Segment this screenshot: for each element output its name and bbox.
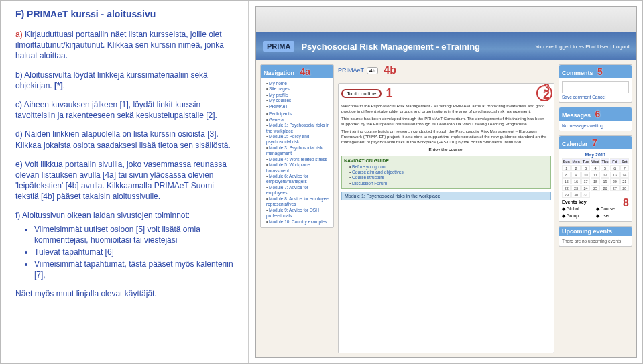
nav-list[interactable]: My home Site pages My profile My courses… [264, 81, 331, 109]
screenshot-column: PRIMA Psychosocial Risk Management - eTr… [249, 1, 642, 363]
navigation-head: Navigation 4a [261, 65, 333, 78]
event-key: Course [596, 206, 629, 212]
nav-item[interactable]: My courses [266, 98, 331, 103]
comments-panel: Comments 5 Save comment Cancel [559, 64, 632, 103]
event-key: Group [562, 213, 595, 219]
module1-row[interactable]: Module 1: Psychosocial risks in the work… [341, 192, 551, 200]
page-title: F) PRIMAeT kurssi - aloitussivu [15, 9, 239, 19]
nav-item[interactable]: My profile [266, 93, 331, 98]
course-body: Navigation 4a My home Site pages My prof… [256, 60, 636, 357]
navigation-panel: Navigation 4a My home Site pages My prof… [260, 64, 334, 228]
right-sidebar: Comments 5 Save comment Cancel Messages … [559, 64, 632, 353]
module-list[interactable]: Participants General Module 1: Psychosoc… [264, 111, 331, 225]
annotation-5: 5 [597, 66, 603, 77]
welcome-text-1: Welcome to the Psychosocial Risk Managem… [341, 103, 551, 114]
module-item[interactable]: Participants [266, 111, 331, 117]
module-item[interactable]: General [266, 117, 331, 123]
module-item[interactable]: Module 4: Work-related stress [266, 157, 331, 162]
events-key-head: Events key [562, 200, 629, 204]
annotation-4b-inline: 4b [384, 64, 396, 76]
module-item[interactable]: Module 6: Advice for employers/managers [266, 174, 331, 185]
paragraph-d: d) Näiden linkkien alapuolella on lista … [15, 129, 239, 150]
para-b-ref: [*] [54, 81, 63, 90]
guide-item[interactable]: Course aim and objectives [349, 170, 548, 175]
module-item[interactable]: Module 3: Psychosocial risk management [266, 145, 331, 157]
course-screenshot: PRIMA Psychosocial Risk Management - eTr… [255, 6, 637, 358]
guide-item[interactable]: Course structure [349, 175, 548, 180]
messages-head: Messages 6 [559, 107, 632, 121]
nav-item[interactable]: PRIMAeT [266, 104, 331, 109]
bullet-1: Viimeisimmät uutiset osioon [5] voit lis… [34, 224, 239, 245]
topic-panel: Topic outline 1 Welcome to the Psychosoc… [338, 83, 554, 353]
breadcrumb[interactable]: PRIMAeT [338, 67, 364, 74]
messages-panel: Messages 6 No messages waiting [559, 107, 632, 131]
guide-list[interactable]: Before you go on Course aim and objectiv… [344, 164, 548, 187]
bullet-2: Tulevat tapahtumat [6] [34, 247, 239, 257]
module-item[interactable]: Module 7: Advice for employees [266, 185, 331, 196]
topic-outline-tag: Topic outline [341, 89, 382, 98]
guide-item[interactable]: Discussion Forum [349, 181, 548, 186]
left-sidebar: Navigation 4a My home Site pages My prof… [260, 64, 334, 353]
closing-line: Näet myös muut linjalla olevat käyttäjät… [15, 289, 239, 298]
enjoy-text: Enjoy the course! [341, 147, 551, 152]
event-key: User [596, 213, 629, 219]
calendar-grid[interactable]: SunMonTueWedThuFriSat1234567891011121314… [562, 158, 629, 198]
upcoming-text: There are no upcoming events [562, 239, 629, 243]
annotation-6: 6 [595, 109, 601, 119]
para-a-lead: a) [15, 29, 23, 39]
annotation-7: 7 [592, 137, 597, 148]
nav-item[interactable]: Site pages [266, 86, 331, 92]
welcome-text-3: The training course builds on research c… [341, 129, 551, 145]
navigation-guide-box: NAVIGATION GUIDE Before you go on Course… [341, 156, 551, 190]
banner-title: Psychosocial Risk Management - eTraining [301, 42, 480, 52]
login-status[interactable]: You are logged in as Pilot User | Logout [535, 44, 630, 50]
calendar-month: May 2011 [562, 152, 629, 157]
events-key: Global Course Group User [562, 206, 629, 219]
upcoming-panel: Upcoming events There are no upcoming ev… [559, 226, 632, 247]
module-item[interactable]: Module 5: Workplace harassment [266, 162, 331, 174]
comment-input[interactable] [562, 81, 629, 93]
paragraph-a: a) Kirjauduttuasi portaaliin näet listan… [15, 29, 239, 62]
welcome-text-2: This course has been developed through t… [341, 116, 551, 127]
bullet-3: Viimeisimmät tapahtumat, tästä pääset my… [34, 259, 239, 280]
paragraph-e: e) Voit liikkua portaalin sivuilla, joko… [15, 159, 239, 202]
module-item[interactable]: Module 8: Advice for employee representa… [266, 196, 331, 208]
module-item[interactable]: Module 10: Country examples [266, 219, 331, 225]
site-banner: PRIMA Psychosocial Risk Management - eTr… [256, 32, 636, 60]
calendar-head: Calendar 7 [559, 136, 632, 149]
upcoming-head: Upcoming events [559, 227, 632, 236]
module-item[interactable]: Module 2: Policy and psychosocial risk [266, 134, 331, 145]
para-b-text: b) Aloitussivulta löydät linkkejä kurssi… [15, 70, 208, 90]
breadcrumb-row: PRIMAeT 4b 4b [338, 64, 554, 76]
guide-title: NAVIGATION GUIDE [344, 158, 389, 163]
browser-chrome [256, 7, 636, 32]
paragraph-c: c) Aiheen kuvauksen jälkeen [1], löydät … [15, 99, 239, 121]
annotation-4a-inline: 4a [300, 66, 311, 77]
breadcrumb-badge-4b: 4b [367, 67, 378, 74]
annotation-1: 1 [386, 86, 392, 101]
main-content: PRIMAeT 4b 4b Topic outline 1 Welcome to… [338, 64, 554, 353]
guide-item[interactable]: Before you go on [349, 164, 548, 170]
module-item[interactable]: Module 9: Advice for OSH professionals [266, 208, 331, 219]
paragraph-b: b) Aloitussivulta löydät linkkejä kurssi… [15, 70, 239, 91]
messages-empty: No messages waiting [562, 123, 629, 128]
module-item[interactable]: Module 1: Psychosocial risks in the work… [266, 123, 331, 134]
calendar-panel: Calendar 7 May 2011 SunMonTueWedThuFriSa… [559, 135, 632, 222]
save-comment-link[interactable]: Save comment Cancel [562, 95, 629, 99]
nav-item[interactable]: My home [266, 81, 331, 86]
instructions-column: F) PRIMAeT kurssi - aloitussivu a) Kirja… [1, 1, 249, 363]
comments-head: Comments 5 [559, 65, 632, 78]
brand-logo: PRIMA [263, 41, 294, 52]
paragraph-f-bullets: Viimeisimmät uutiset osioon [5] voit lis… [15, 224, 239, 281]
paragraph-f-intro: f) Aloitussivun oikean laidan sivustojen… [15, 210, 239, 221]
event-key: Global [562, 206, 595, 212]
para-a-text: Kirjauduttuasi portaaliin näet listan ku… [15, 29, 224, 60]
